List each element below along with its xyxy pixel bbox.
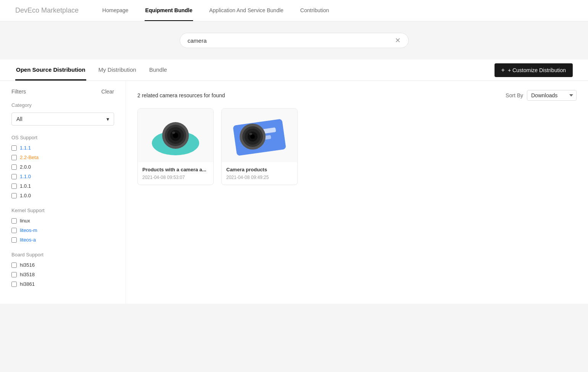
kernel-checkbox-liteosa[interactable] — [11, 237, 17, 243]
board-label-hi3518[interactable]: hi3518 — [20, 272, 35, 277]
card-image-2 — [222, 109, 297, 162]
results-header: 2 related camera resources for found Sor… — [137, 90, 577, 101]
category-filter: Category All ▾ — [11, 102, 114, 126]
main-content: Open Source Distribution My Distribution… — [0, 60, 588, 304]
os-label-110[interactable]: 1.1.0 — [20, 174, 31, 179]
svg-point-6 — [172, 132, 175, 134]
plus-icon: + — [501, 67, 505, 74]
sort-area: Sort By Downloads Date Name — [506, 90, 577, 101]
os-checkbox-110[interactable] — [11, 174, 17, 179]
card-image-1 — [138, 109, 213, 162]
card-camera-products[interactable]: Camera products 2021-04-08 09:49:25 — [221, 108, 298, 185]
tab-my-distribution[interactable]: My Distribution — [98, 60, 137, 81]
os-label-22beta[interactable]: 2.2-Beta — [20, 155, 39, 160]
os-label-200[interactable]: 2.0.0 — [20, 164, 31, 170]
os-filter-item: 2.0.0 — [11, 164, 114, 170]
search-input[interactable] — [188, 37, 395, 44]
board-checkbox-hi3518[interactable] — [11, 272, 17, 277]
board-filter-item: hi3516 — [11, 262, 114, 268]
search-box: ✕ — [180, 33, 409, 48]
kernel-filter-item: liteos-a — [11, 237, 114, 243]
os-checkbox-100[interactable] — [11, 193, 17, 198]
category-selected-value: All — [16, 116, 23, 122]
sort-by-label: Sort By — [506, 92, 523, 98]
os-filter-item: 1.0.1 — [11, 183, 114, 189]
card-illustration-2 — [229, 114, 290, 156]
logo: DevEco Marketplace — [15, 6, 79, 14]
header: DevEco Marketplace Homepage Equipment Bu… — [0, 0, 588, 21]
card-title-2: Camera products — [226, 167, 293, 172]
sort-select[interactable]: Downloads Date Name — [527, 90, 577, 101]
tabs-area: Open Source Distribution My Distribution… — [0, 60, 588, 81]
os-filter-item: 1.1.0 — [11, 174, 114, 179]
os-filter-item: 2.2-Beta — [11, 155, 114, 160]
board-checkbox-hi3861[interactable] — [11, 282, 17, 287]
distribution-tabs: Open Source Distribution My Distribution… — [15, 60, 168, 81]
search-area: ✕ — [0, 21, 588, 60]
chevron-down-icon: ▾ — [106, 116, 109, 122]
board-support-filter: Board Support hi3516 hi3518 hi3861 — [11, 252, 114, 287]
board-label-hi3516[interactable]: hi3516 — [20, 262, 35, 268]
results-count: 2 related camera resources for found — [137, 92, 225, 98]
search-clear-icon[interactable]: ✕ — [395, 37, 401, 44]
board-checkbox-hi3516[interactable] — [11, 262, 17, 268]
logo-subtitle: Marketplace — [39, 6, 79, 14]
card-illustration-1 — [151, 114, 200, 156]
os-label-111[interactable]: 1.1.1 — [20, 145, 31, 151]
nav-homepage[interactable]: Homepage — [101, 0, 129, 21]
kernel-support-title: Kernel Support — [11, 208, 114, 213]
body-layout: Filters Clear Category All ▾ OS Support … — [0, 81, 588, 304]
sidebar: Filters Clear Category All ▾ OS Support … — [0, 81, 126, 304]
card-date-1: 2021-04-08 09:53:07 — [142, 175, 209, 180]
os-label-101[interactable]: 1.0.1 — [20, 183, 31, 189]
kernel-label-liteosm[interactable]: liteos-m — [20, 227, 37, 233]
board-filter-item: hi3861 — [11, 281, 114, 287]
filters-label: Filters — [11, 89, 26, 95]
sidebar-header: Filters Clear — [11, 89, 114, 95]
card-date-2: 2021-04-08 09:49:25 — [226, 175, 293, 180]
cards-grid: Products with a camera a... 2021-04-08 0… — [137, 108, 577, 185]
card-products-camera[interactable]: Products with a camera a... 2021-04-08 0… — [137, 108, 214, 185]
logo-brand: DevEco — [15, 6, 39, 14]
customize-distribution-button[interactable]: + + Customize Distribution — [495, 63, 573, 77]
kernel-label-linux[interactable]: linux — [20, 218, 30, 224]
kernel-checkbox-liteosm[interactable] — [11, 228, 17, 233]
board-support-title: Board Support — [11, 252, 114, 258]
content-area: 2 related camera resources for found Sor… — [126, 81, 588, 304]
os-label-100[interactable]: 1.0.0 — [20, 193, 31, 198]
kernel-checkbox-linux[interactable] — [11, 218, 17, 224]
card-body-1: Products with a camera a... 2021-04-08 0… — [138, 162, 213, 185]
category-title: Category — [11, 102, 114, 108]
clear-filters-button[interactable]: Clear — [101, 89, 114, 95]
tab-bundle[interactable]: Bundle — [148, 60, 168, 81]
category-dropdown[interactable]: All ▾ — [11, 113, 114, 126]
board-label-hi3861[interactable]: hi3861 — [20, 281, 35, 287]
svg-point-15 — [249, 133, 252, 135]
os-checkbox-200[interactable] — [11, 164, 17, 170]
os-support-title: OS Support — [11, 135, 114, 140]
card-title-1: Products with a camera a... — [142, 167, 209, 172]
os-filter-item: 1.0.0 — [11, 193, 114, 198]
nav-equipment-bundle[interactable]: Equipment Bundle — [145, 0, 193, 21]
kernel-label-liteosa[interactable]: liteos-a — [20, 237, 36, 243]
os-filter-item: 1.1.1 — [11, 145, 114, 151]
nav-contribution[interactable]: Contribution — [300, 0, 330, 21]
main-nav: Homepage Equipment Bundle Application An… — [101, 0, 330, 21]
kernel-filter-item: liteos-m — [11, 227, 114, 233]
nav-app-service-bundle[interactable]: Application And Service Bundle — [208, 0, 284, 21]
os-support-filter: OS Support 1.1.1 2.2-Beta 2.0.0 1.1.0 — [11, 135, 114, 198]
board-filter-item: hi3518 — [11, 272, 114, 277]
tab-open-source[interactable]: Open Source Distribution — [15, 60, 86, 81]
card-body-2: Camera products 2021-04-08 09:49:25 — [222, 162, 297, 185]
kernel-filter-item: linux — [11, 218, 114, 224]
os-checkbox-22beta[interactable] — [11, 155, 17, 160]
os-checkbox-111[interactable] — [11, 145, 17, 151]
os-checkbox-101[interactable] — [11, 184, 17, 189]
kernel-support-filter: Kernel Support linux liteos-m liteos-a — [11, 208, 114, 243]
